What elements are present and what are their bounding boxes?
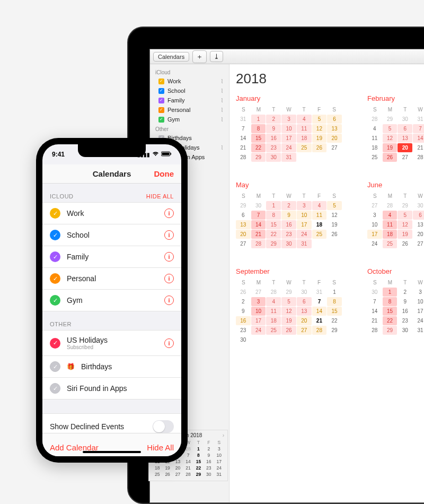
day-cell[interactable]: 21 [413,143,424,152]
info-button[interactable]: i [164,338,174,348]
day-cell[interactable]: 5 [398,211,412,220]
ios-calendar-row[interactable]: ✓Siri Found in Apps [42,377,181,399]
calendar-check-icon[interactable]: ✓ [50,338,60,349]
day-cell[interactable]: 21 [236,143,251,152]
mini-cal-day[interactable]: 21 [183,465,193,471]
day-cell[interactable]: 26 [383,153,398,162]
day-cell[interactable]: 31 [413,326,424,335]
day-cell[interactable]: 12 [312,124,327,133]
day-cell[interactable]: 17 [367,230,382,239]
mini-cal-day[interactable]: 25 [152,471,162,477]
day-cell-prev[interactable]: 28 [367,115,382,124]
day-cell[interactable]: 6 [327,115,342,124]
day-cell[interactable]: 22 [383,316,398,325]
day-cell[interactable]: 27 [297,326,312,335]
info-button[interactable]: i [164,296,174,305]
day-cell[interactable]: 30 [281,239,296,248]
day-cell[interactable]: 13 [297,307,312,316]
day-cell-prev[interactable]: 28 [266,288,281,297]
day-cell[interactable]: 11 [266,307,281,316]
mini-cal-day[interactable]: 28 [183,471,193,477]
mini-cal-day[interactable]: 24 [214,465,224,471]
day-cell[interactable]: 12 [383,134,398,143]
day-cell[interactable]: 19 [312,134,327,143]
day-cell[interactable]: 11 [367,134,382,143]
day-cell[interactable]: 4 [383,211,398,220]
day-cell[interactable]: 15 [327,307,342,316]
done-button[interactable]: Done [154,169,174,178]
day-cell[interactable]: 14 [312,307,327,316]
hide-all-button[interactable]: Hide All [147,443,174,452]
mini-cal-day[interactable]: 20 [173,465,183,471]
day-cell[interactable]: 20 [236,230,251,239]
mini-cal-day[interactable]: 17 [214,458,224,465]
day-cell[interactable]: 5 [383,124,398,133]
day-cell[interactable]: 26 [312,143,327,152]
info-button[interactable]: i [164,274,174,283]
day-cell[interactable]: 3 [413,288,424,297]
day-cell[interactable]: 28 [236,153,251,162]
mac-calendar-item[interactable]: ✓Personal⦚ [150,105,229,115]
day-cell[interactable]: 2 [266,115,281,124]
add-event-button[interactable]: ＋ [192,50,207,63]
day-cell[interactable]: 6 [398,124,412,133]
day-cell[interactable]: 23 [266,143,281,152]
mini-cal-day[interactable]: 10 [214,452,224,458]
day-cell[interactable]: 17 [413,307,424,316]
mini-cal-day[interactable]: 26 [162,471,172,477]
day-cell[interactable]: 16 [398,307,412,316]
calendar-check-icon[interactable]: ✓ [50,230,60,240]
day-cell[interactable]: 29 [266,239,281,248]
day-cell[interactable]: 14 [251,220,266,229]
day-cell[interactable]: 29 [327,326,342,335]
day-cell[interactable]: 19 [398,230,412,239]
day-cell[interactable]: 14 [367,307,382,316]
day-cell-prev[interactable]: 28 [383,201,398,210]
ios-calendar-row[interactable]: ✓Personali [42,267,181,290]
day-cell[interactable]: 15 [266,220,281,229]
day-cell[interactable]: 20 [327,134,342,143]
mini-cal-day[interactable]: 16 [204,458,214,465]
day-cell-prev[interactable]: 27 [251,288,266,297]
mini-cal-day[interactable]: 29 [193,471,204,477]
day-cell[interactable]: 5 [327,201,342,210]
day-cell-prev[interactable]: 29 [383,115,398,124]
calendar-checkbox[interactable]: ✓ [158,79,164,84]
day-cell[interactable]: 19 [327,220,342,229]
day-cell[interactable]: 28 [251,239,266,248]
day-cell[interactable]: 12 [281,307,296,316]
day-cell[interactable]: 16 [281,220,296,229]
day-cell[interactable]: 20 [413,230,424,239]
mini-cal-day[interactable]: 3 [214,446,224,452]
day-cell[interactable]: 28 [312,326,327,335]
calendars-list[interactable]: ICLOUDHIDE ALL✓Worki✓Schooli✓Familyi✓Per… [42,184,181,433]
day-cell[interactable]: 25 [297,143,312,152]
calendars-toggle-button[interactable]: Calendars [153,52,189,62]
day-cell-prev[interactable]: 31 [236,115,251,124]
ios-calendar-row[interactable]: ✓🎁Birthdays [42,355,181,378]
day-cell[interactable]: 18 [312,220,327,229]
day-cell[interactable]: 25 [367,153,382,162]
day-cell[interactable]: 7 [312,297,327,306]
day-cell[interactable]: 13 [413,220,424,229]
day-cell[interactable]: 11 [312,211,327,220]
calendar-check-icon[interactable]: ✓ [50,383,60,394]
section-hide-all-button[interactable]: HIDE ALL [146,193,174,199]
day-cell[interactable]: 24 [413,316,424,325]
day-cell[interactable]: 10 [413,297,424,306]
day-cell[interactable]: 16 [266,134,281,143]
day-cell[interactable]: 1 [383,288,398,297]
ios-calendar-row[interactable]: ✓Familyi [42,246,181,268]
mini-cal-day[interactable]: 8 [193,452,204,458]
calendar-checkbox[interactable]: ✓ [158,117,164,123]
day-cell[interactable]: 24 [281,143,296,152]
day-cell-prev[interactable]: 27 [367,201,382,210]
day-cell[interactable]: 10 [251,307,266,316]
mini-cal-day[interactable]: 14 [183,458,193,465]
day-cell[interactable]: 10 [297,211,312,220]
mini-cal-day[interactable]: 18 [152,465,162,471]
day-cell-prev[interactable]: 29 [398,201,412,210]
day-cell[interactable]: 28 [367,326,382,335]
calendar-check-icon[interactable]: ✓ [50,251,60,262]
day-cell[interactable]: 17 [297,220,312,229]
